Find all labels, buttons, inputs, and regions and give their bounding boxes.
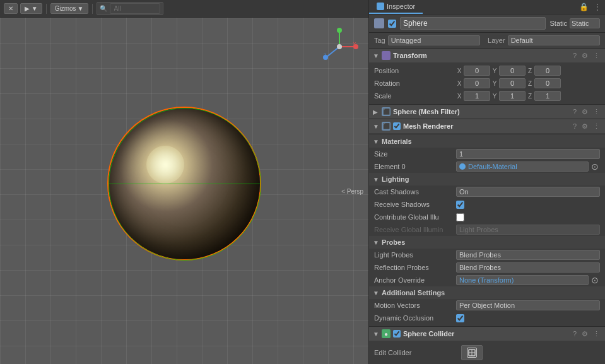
reflection-probes-dropdown[interactable]: Blend Probes Off: [456, 262, 600, 273]
more-options-icon[interactable]: ⋮: [592, 1, 602, 13]
object-name-input[interactable]: [400, 17, 546, 30]
probes-section-title: Probes: [382, 238, 405, 246]
gizmos-button[interactable]: Gizmos ▼: [50, 3, 88, 14]
scale-z-label: Z: [527, 93, 533, 100]
transform-component-header[interactable]: ▼ Transform ? ⚙ ⋮: [369, 49, 605, 62]
sphere-collider-actions: ? ⚙ ⋮: [572, 330, 601, 338]
svg-text:Y: Y: [338, 28, 341, 31]
sphere-collider-header[interactable]: ▼ ● Sphere Collider ? ⚙ ⋮: [369, 327, 605, 341]
light-probes-dropdown[interactable]: Blend Probes Off Use Proxy Volume: [456, 250, 600, 260]
rot-z-label: Z: [527, 80, 533, 87]
scale-y-input[interactable]: [499, 91, 526, 101]
sphere-collider-title: Sphere Collider: [403, 330, 569, 338]
transform-help-icon[interactable]: ?: [572, 52, 578, 60]
mesh-renderer-settings-icon[interactable]: ⚙: [580, 122, 589, 131]
scale-z-input[interactable]: [534, 91, 561, 101]
rot-y-label: Y: [491, 80, 498, 87]
material-icon: [459, 163, 466, 170]
lock-icon[interactable]: 🔒: [578, 1, 590, 13]
sphere-object[interactable]: [109, 108, 260, 259]
element0-pick-icon[interactable]: ⊙: [590, 161, 600, 172]
edit-collider-button[interactable]: [461, 345, 483, 360]
cast-shadows-row: Cast Shadows On Off Two Sided Shadows On…: [369, 185, 605, 198]
mesh-filter-header[interactable]: ▶ ⬛ Sphere (Mesh Filter) ? ⚙ ⋮: [369, 105, 605, 119]
viewport-canvas[interactable]: X Y Z < Persp: [0, 18, 368, 364]
element0-label: Element 0: [374, 163, 456, 170]
contribute-gi-row: Contribute Global Illu: [369, 211, 605, 223]
sphere-highlight: [146, 146, 184, 184]
scene-gizmo[interactable]: X Y Z: [320, 28, 358, 66]
anchor-override-pick-icon[interactable]: ⊙: [590, 275, 600, 285]
cast-shadows-dropdown[interactable]: On Off Two Sided Shadows Only: [456, 187, 600, 197]
lighting-arrow: ▼: [373, 176, 379, 183]
pos-x-label: X: [456, 68, 462, 74]
svg-text:Z: Z: [324, 52, 327, 58]
light-probes-label: Light Probes: [374, 251, 456, 259]
tag-label: Tag: [374, 37, 385, 44]
lighting-section-header[interactable]: ▼ Lighting: [369, 173, 605, 185]
layer-label: Layer: [488, 37, 505, 44]
materials-section-header[interactable]: ▼ Materials: [369, 135, 605, 148]
inspector-tab[interactable]: Inspector: [369, 0, 423, 14]
mesh-filter-more-icon[interactable]: ⋮: [592, 108, 601, 116]
mesh-filter-settings-icon[interactable]: ⚙: [580, 108, 589, 116]
mesh-renderer-icon: ⬛: [382, 122, 391, 131]
reflection-probes-label: Reflection Probes: [374, 264, 456, 271]
receive-gi-value: Light Probes: [456, 225, 600, 235]
mesh-renderer-active-checkbox[interactable]: [393, 122, 401, 130]
receive-shadows-value: [456, 201, 600, 209]
pos-z-input[interactable]: [534, 66, 561, 76]
rot-z-input[interactable]: [534, 78, 561, 88]
mesh-renderer-more-icon[interactable]: ⋮: [592, 122, 601, 131]
pos-x-input[interactable]: [464, 66, 490, 76]
camera-button[interactable]: ▶ ▼: [20, 3, 42, 14]
sphere-collider-more-icon[interactable]: ⋮: [592, 330, 601, 338]
mesh-filter-component: ▶ ⬛ Sphere (Mesh Filter) ? ⚙ ⋮: [369, 105, 605, 119]
object-active-checkbox[interactable]: [388, 20, 396, 28]
scale-y-label: Y: [491, 93, 498, 100]
probes-section-header[interactable]: ▼ Probes: [369, 236, 605, 249]
rot-x-input[interactable]: [464, 78, 490, 88]
light-probes-row: Light Probes Blend Probes Off Use Proxy …: [369, 249, 605, 261]
anchor-override-label: Anchor Override: [374, 276, 456, 284]
gizmos-label: Gizmos: [55, 5, 76, 12]
motion-vectors-dropdown[interactable]: Per Object Motion Camera Motion Force No…: [456, 300, 600, 310]
static-dropdown[interactable]: Static: [570, 18, 600, 28]
mesh-filter-actions: ? ⚙ ⋮: [572, 108, 601, 116]
transform-more-icon[interactable]: ⋮: [592, 52, 601, 60]
transform-title: Transform: [393, 52, 569, 59]
move-tool-button[interactable]: ✕: [4, 3, 18, 14]
receive-gi-row: Receive Global Illumin Light Probes: [369, 223, 605, 236]
sphere-collider-active-checkbox[interactable]: [393, 330, 401, 338]
scale-row: Scale X Y Z: [369, 90, 605, 102]
receive-gi-dropdown[interactable]: Light Probes: [456, 225, 600, 235]
additional-section-header[interactable]: ▼ Additional Settings: [369, 286, 605, 299]
mesh-renderer-collapse-arrow: ▼: [373, 123, 379, 130]
materials-size-input[interactable]: [456, 149, 600, 159]
mesh-renderer-help-icon[interactable]: ?: [572, 122, 578, 131]
sphere-collider-settings-icon[interactable]: ⚙: [580, 330, 589, 338]
materials-size-row: Size: [369, 148, 605, 160]
motion-vectors-row: Motion Vectors Per Object Motion Camera …: [369, 299, 605, 312]
transform-icon: [382, 51, 391, 60]
transform-settings-icon[interactable]: ⚙: [580, 52, 589, 60]
dynamic-occlusion-value: [456, 314, 600, 322]
search-input[interactable]: [110, 3, 160, 14]
static-section: Static Static: [549, 18, 600, 28]
layer-dropdown[interactable]: Default: [508, 35, 600, 45]
dynamic-occlusion-checkbox[interactable]: [456, 314, 464, 322]
sphere-collider-help-icon[interactable]: ?: [572, 330, 578, 338]
probes-arrow: ▼: [373, 239, 379, 246]
mesh-filter-help-icon[interactable]: ?: [572, 108, 578, 116]
tag-dropdown[interactable]: Untagged: [388, 35, 480, 45]
scale-x-input[interactable]: [464, 91, 490, 101]
pos-y-input[interactable]: [499, 66, 526, 76]
contribute-gi-checkbox[interactable]: [456, 213, 464, 221]
static-label: Static: [549, 20, 567, 27]
rot-y-input[interactable]: [499, 78, 526, 88]
toolbar-separator-2: [92, 4, 93, 14]
cast-shadows-label: Cast Shadows: [374, 188, 456, 196]
receive-shadows-checkbox[interactable]: [456, 201, 464, 209]
inspector-tab-actions: 🔒 ⋮: [578, 0, 605, 14]
mesh-renderer-header[interactable]: ▼ ⬛ Mesh Renderer ? ⚙ ⋮: [369, 119, 605, 133]
